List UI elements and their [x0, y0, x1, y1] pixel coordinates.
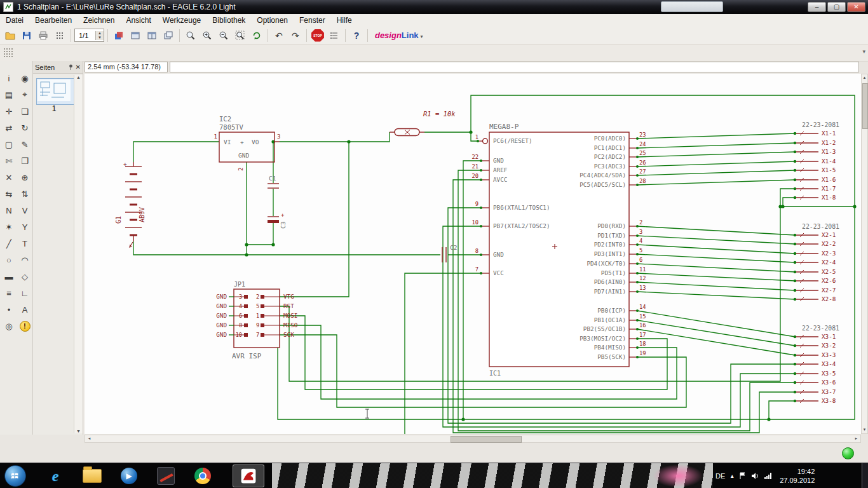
- tool-delete[interactable]: ✕: [1, 169, 17, 186]
- taskbar-explorer[interactable]: [76, 464, 108, 487]
- tray-chevron-icon[interactable]: ▲: [729, 473, 735, 479]
- action-center-flag-icon[interactable]: [739, 472, 747, 480]
- tool-split[interactable]: Y: [17, 219, 32, 235]
- tool-arc[interactable]: ◠: [17, 252, 32, 268]
- taskbar-eagle-active[interactable]: [233, 464, 264, 487]
- svg-text:PC0(ADC0): PC0(ADC0): [594, 135, 626, 142]
- notification-popup: [661, 1, 723, 12]
- menu-ansicht[interactable]: Ansicht: [120, 15, 156, 26]
- language-indicator[interactable]: DE: [715, 472, 725, 480]
- tool-value[interactable]: V: [17, 202, 32, 219]
- close-button[interactable]: ✕: [847, 2, 865, 12]
- menu-zeichnen[interactable]: Zeichnen: [78, 15, 120, 26]
- scroll-right-icon[interactable]: ►: [852, 435, 860, 442]
- page-number-label[interactable]: 1: [36, 104, 72, 113]
- status-indicator: [842, 447, 854, 459]
- maximize-button[interactable]: ▢: [827, 2, 846, 12]
- horizontal-scrollbar[interactable]: ◄ ►: [85, 435, 861, 443]
- command-input[interactable]: [170, 62, 859, 72]
- menu-fenster[interactable]: Fenster: [294, 15, 331, 26]
- tool-bus[interactable]: ≡: [1, 285, 17, 301]
- network-icon[interactable]: [764, 472, 773, 480]
- taskbar-media-player[interactable]: ▶: [113, 464, 145, 487]
- tool-wire[interactable]: ╱: [1, 235, 17, 252]
- designlink-logo[interactable]: design Link ▾: [375, 30, 423, 40]
- svg-text:PC2(ADC2): PC2(ADC2): [594, 153, 626, 160]
- tool-mirror[interactable]: ⇄: [1, 119, 17, 136]
- zoom-fit-button[interactable]: [183, 28, 198, 43]
- panel-scrollbar[interactable]: ▲▼: [74, 75, 83, 433]
- taskbar-internet-explorer[interactable]: e: [39, 464, 71, 487]
- save-button[interactable]: [19, 28, 34, 43]
- tool-show[interactable]: ◉: [17, 70, 32, 86]
- tool-label[interactable]: A: [17, 301, 32, 318]
- volume-icon[interactable]: [751, 472, 759, 480]
- tool-group[interactable]: ▢: [1, 136, 17, 152]
- tool-display[interactable]: ▤: [1, 86, 17, 103]
- tool-mark[interactable]: ⌖: [17, 86, 32, 103]
- tool-smash[interactable]: ✶: [1, 219, 17, 235]
- menu-optionen[interactable]: Optionen: [251, 15, 294, 26]
- zoom-out-button[interactable]: [216, 28, 231, 43]
- schematic-canvas[interactable]: + G1 AB9V IC2 7805TV VI + VO GND 1 3 2 R…: [85, 74, 861, 434]
- undo-button[interactable]: ↶: [271, 28, 287, 43]
- menu-bibliothek[interactable]: Bibliothek: [207, 15, 251, 26]
- tool-info[interactable]: i: [1, 70, 17, 86]
- page-thumbnail[interactable]: [36, 78, 74, 105]
- tool-add[interactable]: ⊕: [17, 169, 32, 186]
- tool-zoom[interactable]: ◎: [1, 318, 17, 334]
- panel-close-button[interactable]: ✕: [76, 64, 81, 71]
- open-button[interactable]: [3, 28, 18, 43]
- menu-bearbeiten[interactable]: Bearbeiten: [29, 15, 78, 26]
- zoom-select-button[interactable]: [233, 28, 248, 43]
- sheet-selector[interactable]: 1/1 ▲▼: [74, 29, 104, 42]
- help-button[interactable]: ?: [349, 28, 364, 43]
- script-button[interactable]: [327, 28, 342, 43]
- tool-polygon[interactable]: ◇: [17, 268, 32, 285]
- tool-text[interactable]: T: [17, 235, 32, 252]
- vertical-scrollbar[interactable]: ▲ ▼: [861, 74, 868, 434]
- taskbar-clock[interactable]: 19:42 27.09.2012: [780, 467, 815, 485]
- taskbar-app-4[interactable]: [150, 464, 182, 487]
- window-tile-button[interactable]: [144, 28, 159, 43]
- menu-hilfe[interactable]: Hilfe: [331, 15, 358, 26]
- print-button[interactable]: [36, 28, 51, 43]
- toolbar-drag-handle[interactable]: [3, 48, 13, 58]
- layers-button[interactable]: [111, 28, 126, 43]
- tool-pinswap[interactable]: ⇆: [1, 186, 17, 202]
- tool-cut[interactable]: ✄: [1, 152, 17, 169]
- scroll-up-icon[interactable]: ▲: [862, 74, 867, 81]
- sheet-spinner[interactable]: ▲▼: [95, 31, 104, 40]
- stop-button[interactable]: STOP: [310, 28, 325, 43]
- tool-net[interactable]: ∟: [17, 285, 32, 301]
- tool-rect[interactable]: ▬: [1, 268, 17, 285]
- minimize-button[interactable]: –: [808, 2, 826, 12]
- tool-gateswap[interactable]: ⇅: [17, 186, 32, 202]
- tool-name[interactable]: N: [1, 202, 17, 219]
- scroll-down-icon[interactable]: ▼: [862, 426, 867, 433]
- taskbar-chrome[interactable]: [187, 464, 219, 487]
- redo-button[interactable]: ↷: [288, 28, 303, 43]
- tool-errors[interactable]: !: [17, 318, 32, 334]
- tool-change[interactable]: ✎: [17, 136, 32, 152]
- toolbar-overflow-chevron-icon[interactable]: ▾: [862, 48, 865, 55]
- grid-button[interactable]: [52, 28, 67, 43]
- menu-datei[interactable]: Datei: [0, 15, 29, 26]
- window-new-button[interactable]: [128, 28, 143, 43]
- start-button[interactable]: [4, 465, 26, 487]
- scroll-left-icon[interactable]: ◄: [85, 435, 93, 442]
- tool-junction[interactable]: •: [1, 301, 17, 318]
- tool-circle[interactable]: ○: [1, 252, 17, 268]
- tool-paste[interactable]: ❐: [17, 152, 32, 169]
- zoom-in-button[interactable]: [200, 28, 215, 43]
- window-cascade-button[interactable]: [161, 28, 176, 43]
- menu-werkzeuge[interactable]: Werkzeuge: [157, 15, 207, 26]
- show-desktop-button[interactable]: [862, 463, 868, 488]
- zoom-redraw-button[interactable]: [249, 28, 264, 43]
- pin-icon[interactable]: [68, 64, 74, 70]
- tool-copy[interactable]: ❏: [17, 103, 32, 119]
- tool-move[interactable]: ✛: [1, 103, 17, 119]
- vertical-scroll-thumb[interactable]: [862, 83, 868, 129]
- horizontal-scroll-thumb[interactable]: [451, 436, 522, 443]
- tool-rotate[interactable]: ↻: [17, 119, 32, 136]
